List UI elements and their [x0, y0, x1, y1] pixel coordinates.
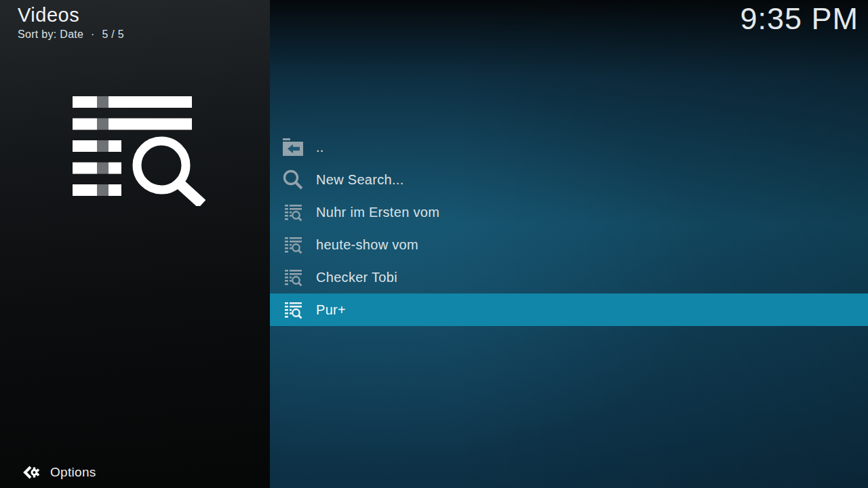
search-icon: [281, 167, 305, 192]
list-item-label: ..: [316, 140, 324, 155]
list-item[interactable]: Checker Tobi: [270, 261, 868, 293]
content-panel: 9:35 PM .. New Search... Nuhr im Ersten …: [270, 0, 868, 488]
page-header: Videos Sort by: Date · 5 / 5: [18, 4, 128, 41]
list-item[interactable]: ..: [270, 131, 868, 163]
list-search-icon: [281, 200, 305, 224]
list-item-label: Checker Tobi: [316, 270, 397, 285]
sort-status: Sort by: Date · 5 / 5: [18, 28, 128, 41]
options-label: Options: [50, 465, 96, 480]
list-item-label: heute-show vom: [316, 237, 418, 253]
item-count: 5 / 5: [102, 28, 124, 40]
folder-back-icon: [281, 135, 305, 159]
list-item-label: Pur+: [316, 302, 346, 318]
list-search-icon: [281, 232, 305, 257]
list-search-icon: [281, 265, 305, 289]
list-search-icon: [73, 96, 205, 206]
list-item-label: New Search...: [316, 172, 404, 188]
list-item[interactable]: Pur+: [270, 293, 868, 326]
list-item[interactable]: Nuhr im Ersten vom: [270, 196, 868, 228]
list-item[interactable]: New Search...: [270, 163, 868, 196]
left-panel: Videos Sort by: Date · 5 / 5: [0, 0, 270, 488]
sort-by-label: Sort by: Date: [18, 28, 83, 40]
list-item[interactable]: heute-show vom: [270, 228, 868, 261]
options-gear-icon: [23, 464, 41, 481]
separator-dot: ·: [91, 28, 95, 40]
page-title: Videos: [18, 4, 128, 26]
clock: 9:35 PM: [740, 1, 859, 37]
options-button[interactable]: Options: [0, 457, 270, 488]
list-search-icon: [281, 298, 305, 322]
list-item-label: Nuhr im Ersten vom: [316, 205, 439, 220]
file-list: .. New Search... Nuhr im Ersten vom heut…: [270, 131, 868, 326]
